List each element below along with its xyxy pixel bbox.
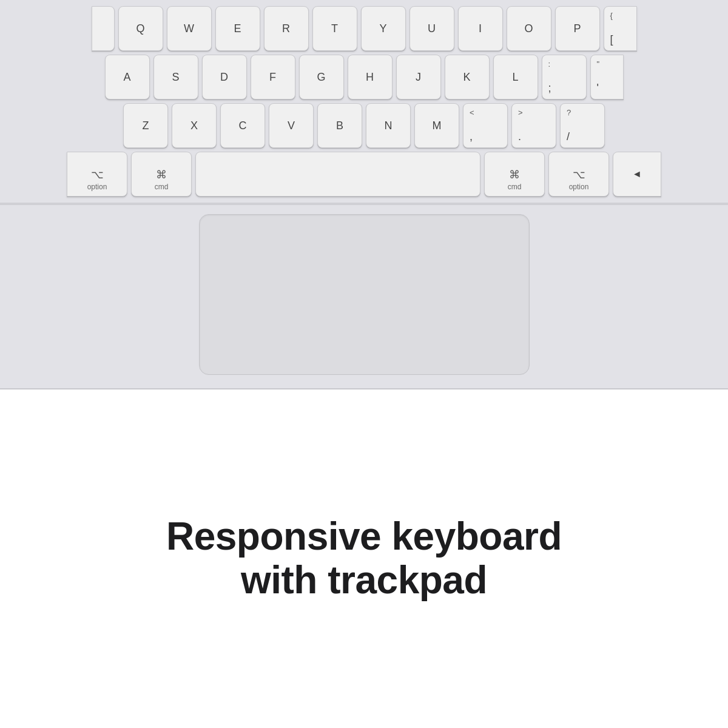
key-quote[interactable]: " ' bbox=[590, 55, 624, 99]
key-M[interactable]: M bbox=[414, 103, 459, 148]
key-L[interactable]: L bbox=[493, 55, 538, 99]
key-I[interactable]: I bbox=[458, 6, 503, 51]
keyboard-area: Q W E R T Y U I O P { [ A S D F G H bbox=[0, 0, 728, 203]
key-R[interactable]: R bbox=[264, 6, 309, 51]
key-slash[interactable]: ? / bbox=[560, 103, 605, 148]
key-O[interactable]: O bbox=[507, 6, 551, 51]
key-W[interactable]: W bbox=[167, 6, 212, 51]
key-option-left[interactable]: ⌥ option bbox=[67, 152, 127, 197]
keyboard-row-2: A S D F G H J K L : ; " ' bbox=[0, 55, 728, 99]
headline: Responsive keyboard with trackpad bbox=[166, 515, 562, 602]
key-Y[interactable]: Y bbox=[361, 6, 406, 51]
key-K[interactable]: K bbox=[445, 55, 490, 99]
keyboard-row-3: Z X C V B N M < , > . ? bbox=[0, 103, 728, 148]
key-partial[interactable] bbox=[92, 6, 115, 51]
key-V[interactable]: V bbox=[269, 103, 314, 148]
key-space[interactable] bbox=[195, 152, 480, 197]
trackpad-section bbox=[0, 204, 728, 389]
key-Z[interactable]: Z bbox=[123, 103, 168, 148]
keyboard-row-1: Q W E R T Y U I O P { [ bbox=[0, 6, 728, 51]
key-comma[interactable]: < , bbox=[463, 103, 508, 148]
key-semicolon[interactable]: : ; bbox=[542, 55, 587, 99]
key-N[interactable]: N bbox=[366, 103, 411, 148]
headline-section: Responsive keyboard with trackpad bbox=[0, 389, 728, 728]
key-G[interactable]: G bbox=[299, 55, 344, 99]
key-arrow-left[interactable]: ◄ bbox=[613, 152, 661, 197]
key-F[interactable]: F bbox=[251, 55, 295, 99]
key-S[interactable]: S bbox=[153, 55, 198, 99]
trackpad[interactable] bbox=[199, 214, 530, 375]
key-cmd-right[interactable]: ⌘ cmd bbox=[484, 152, 545, 197]
keyboard-row-4: ⌥ option ⌘ cmd ⌘ cmd bbox=[0, 152, 728, 197]
key-A[interactable]: A bbox=[105, 55, 150, 99]
key-Q[interactable]: Q bbox=[118, 6, 163, 51]
key-E[interactable]: E bbox=[215, 6, 260, 51]
key-option-right[interactable]: ⌥ option bbox=[548, 152, 609, 197]
key-B[interactable]: B bbox=[317, 103, 362, 148]
key-bracket[interactable]: { [ bbox=[604, 6, 637, 51]
key-H[interactable]: H bbox=[348, 55, 393, 99]
key-D[interactable]: D bbox=[202, 55, 247, 99]
key-X[interactable]: X bbox=[172, 103, 217, 148]
key-T[interactable]: T bbox=[312, 6, 357, 51]
headline-container: Responsive keyboard with trackpad bbox=[166, 515, 562, 602]
key-period[interactable]: > . bbox=[511, 103, 556, 148]
key-U[interactable]: U bbox=[410, 6, 454, 51]
key-C[interactable]: C bbox=[220, 103, 265, 148]
key-P[interactable]: P bbox=[555, 6, 600, 51]
page-wrapper: Q W E R T Y U I O P { [ A S D F G H bbox=[0, 0, 728, 728]
key-cmd-left[interactable]: ⌘ cmd bbox=[131, 152, 192, 197]
key-J[interactable]: J bbox=[396, 55, 441, 99]
